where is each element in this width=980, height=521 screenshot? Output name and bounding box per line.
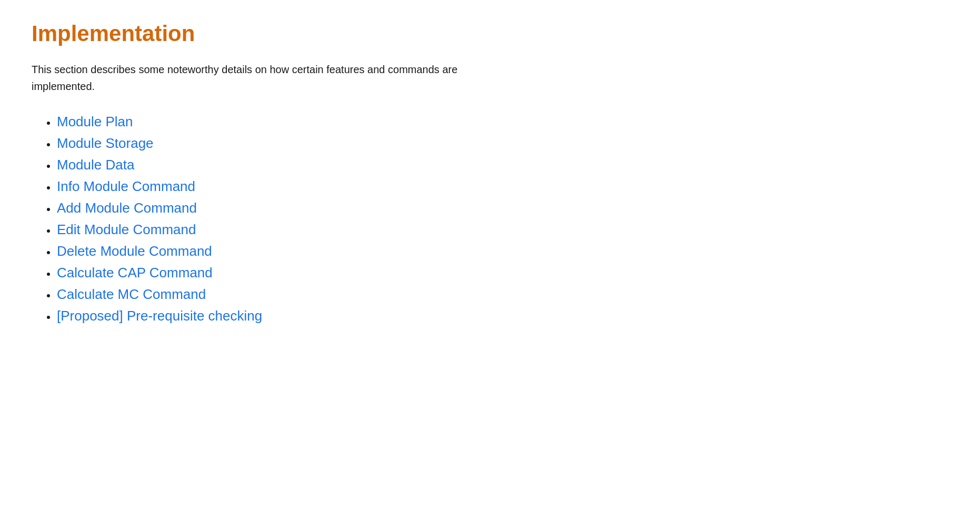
- nav-link-6[interactable]: Delete Module Command: [57, 243, 212, 259]
- list-item: [Proposed] Pre-requisite checking: [57, 308, 948, 324]
- navigation-list: Module PlanModule StorageModule DataInfo…: [32, 114, 948, 324]
- nav-link-3[interactable]: Info Module Command: [57, 178, 195, 194]
- list-item: Delete Module Command: [57, 243, 948, 259]
- nav-link-7[interactable]: Calculate CAP Command: [57, 265, 213, 280]
- nav-link-5[interactable]: Edit Module Command: [57, 222, 196, 237]
- nav-link-4[interactable]: Add Module Command: [57, 200, 197, 216]
- nav-link-8[interactable]: Calculate MC Command: [57, 286, 206, 302]
- list-item: Calculate CAP Command: [57, 265, 948, 281]
- list-item: Info Module Command: [57, 178, 948, 195]
- list-item: Add Module Command: [57, 200, 948, 216]
- list-item: Edit Module Command: [57, 222, 948, 238]
- nav-link-2[interactable]: Module Data: [57, 157, 134, 173]
- list-item: Module Plan: [57, 114, 948, 130]
- list-item: Module Storage: [57, 135, 948, 152]
- nav-link-0[interactable]: Module Plan: [57, 114, 133, 129]
- list-item: Calculate MC Command: [57, 286, 948, 303]
- nav-link-9[interactable]: [Proposed] Pre-requisite checking: [57, 308, 262, 324]
- list-item: Module Data: [57, 157, 948, 173]
- intro-paragraph: This section describes some noteworthy d…: [32, 61, 505, 95]
- nav-link-1[interactable]: Module Storage: [57, 135, 154, 151]
- page-title: Implementation: [32, 21, 948, 46]
